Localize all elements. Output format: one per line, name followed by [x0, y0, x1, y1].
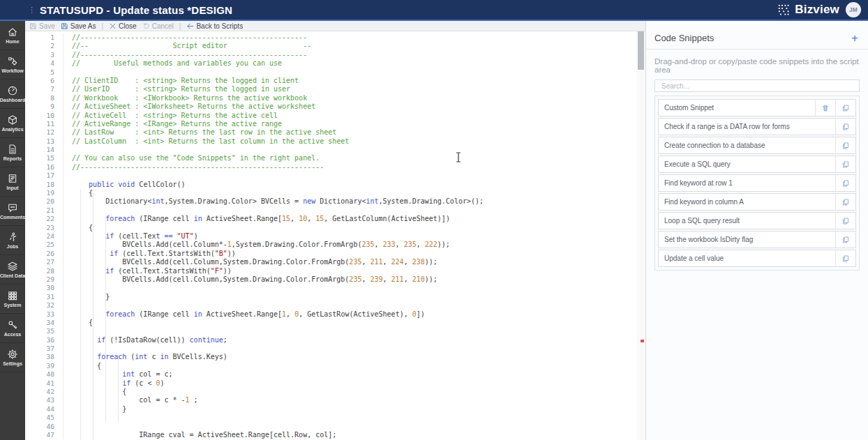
close-icon	[109, 22, 117, 30]
sidebar-item-settings[interactable]: Settings	[0, 343, 25, 372]
sidebar: Home Workflow Dashboard Analytics Report…	[0, 21, 25, 440]
line-number: 47	[25, 431, 63, 439]
copy-snippet-button[interactable]	[835, 119, 855, 135]
code-line: 6// ClientID : <string> Returns the logg…	[25, 77, 636, 85]
code-editor[interactable]: 1//-------------------------------------…	[25, 31, 636, 440]
line-number: 17	[25, 172, 63, 180]
copy-icon	[841, 236, 850, 244]
line-number: 42	[25, 388, 63, 396]
code-line: 31 }	[25, 293, 636, 301]
copy-snippet-button[interactable]	[835, 250, 855, 266]
scrollbar-thumb[interactable]	[638, 31, 644, 70]
snippet-item[interactable]: Find keyword in column A	[658, 193, 856, 211]
snippet-label: Check if a range is a DATA row for forms	[659, 123, 835, 130]
indent-guide	[105, 215, 106, 422]
line-number: 46	[25, 423, 63, 431]
line-number: 14	[25, 146, 63, 154]
code-line: 23 {	[25, 224, 636, 232]
line-number: 18	[25, 181, 63, 189]
sidebar-item-jobs[interactable]: Jobs	[0, 226, 25, 255]
client-data-icon	[7, 261, 18, 272]
snippet-item[interactable]: Custom Snippet	[658, 99, 856, 116]
sidebar-item-access[interactable]: Access	[0, 314, 25, 343]
comments-icon	[7, 202, 18, 213]
cancel-button[interactable]: Cancel	[142, 22, 174, 30]
bizview-logo-icon	[778, 4, 790, 16]
snippet-label: Create connection to a database	[659, 142, 835, 149]
sidebar-item-comments[interactable]: Comments	[0, 197, 25, 226]
copy-snippet-button[interactable]	[835, 213, 855, 229]
copy-snippet-button[interactable]	[835, 194, 855, 210]
line-number: 5	[25, 68, 63, 77]
code-line: 5	[25, 68, 636, 77]
copy-snippet-button[interactable]	[835, 156, 855, 172]
code-line: 16//------------------------------------…	[25, 163, 636, 172]
snippet-item[interactable]: Create connection to a database	[658, 137, 856, 154]
snippet-label: Find keyword in column A	[659, 198, 835, 206]
save-as-button[interactable]: Save As	[61, 22, 96, 30]
copy-snippet-button[interactable]	[835, 137, 855, 153]
analytics-icon	[7, 114, 18, 126]
sidebar-item-analytics[interactable]: Analytics	[0, 109, 25, 138]
sidebar-item-home[interactable]: Home	[0, 21, 25, 50]
snippet-item[interactable]: Loop a SQL query result	[658, 212, 856, 229]
line-number: 21	[25, 206, 63, 215]
avatar[interactable]: JM	[846, 2, 861, 17]
line-number: 23	[25, 224, 63, 232]
dashboard-icon	[7, 85, 18, 96]
sidebar-item-input[interactable]: Input	[0, 167, 25, 197]
snippet-item[interactable]: Update a cell value	[658, 250, 856, 267]
code-line: 18 public void CellColor()	[25, 181, 636, 189]
sidebar-item-system[interactable]: System	[0, 285, 25, 314]
line-number: 7	[25, 85, 63, 93]
close-button[interactable]: Close	[109, 22, 137, 30]
code-line: 29 BVCells.Add(cell.Column,System.Drawin…	[25, 275, 636, 284]
save-button[interactable]: Save	[29, 22, 55, 30]
delete-snippet-button[interactable]	[815, 100, 835, 116]
line-number: 37	[25, 344, 63, 353]
line-number: 43	[25, 396, 63, 404]
line-number: 13	[25, 137, 63, 146]
snippet-search[interactable]	[654, 79, 860, 92]
back-to-scripts-button[interactable]: Back to Scripts	[186, 22, 243, 30]
code-line: 11// ActiveRange : <IRange> Returns the …	[25, 120, 636, 128]
snippet-search-input[interactable]	[660, 82, 854, 91]
line-number: 25	[25, 241, 63, 249]
code-line: 15// You can also use the "Code Snippets…	[25, 154, 636, 162]
add-snippet-button[interactable]: +	[851, 34, 858, 43]
code-line: 25 BVCells.Add(cell.Column*-1,System.Dra…	[25, 241, 636, 249]
line-number: 2	[25, 42, 63, 50]
line-number: 41	[25, 379, 63, 388]
sidebar-item-dashboard[interactable]: Dashboard	[0, 79, 25, 109]
access-icon	[7, 319, 18, 331]
code-line: 34 {	[25, 319, 636, 327]
copy-snippet-button[interactable]	[835, 100, 855, 116]
line-number: 12	[25, 128, 63, 137]
sidebar-item-client-data[interactable]: Client Data	[0, 255, 25, 285]
editor-scrollbar[interactable]	[636, 31, 645, 440]
snippet-item[interactable]: Find keyword at row 1	[658, 174, 856, 192]
line-number: 29	[25, 275, 63, 284]
sidebar-item-reports[interactable]: Reports	[0, 138, 25, 167]
line-number: 11	[25, 120, 63, 128]
code-line: 14	[25, 146, 636, 154]
app-header: ⋮ STATUSUPD - Update status *DESIGN Bizv…	[0, 0, 868, 20]
brand-name: Bizview	[795, 3, 839, 17]
copy-snippet-button[interactable]	[835, 232, 855, 248]
copy-icon	[841, 104, 850, 112]
snippet-item[interactable]: Check if a range is a DATA row for forms	[658, 118, 856, 135]
copy-snippet-button[interactable]	[835, 175, 855, 191]
snippet-item[interactable]: Execute a SQL query	[658, 155, 856, 173]
code-snippets-panel: Code Snippets + Drag-and-drop or copy/pa…	[645, 21, 868, 440]
copy-icon	[841, 179, 850, 188]
settings-icon	[7, 349, 18, 360]
sidebar-item-workflow[interactable]: Workflow	[0, 50, 25, 79]
code-line: 30	[25, 284, 636, 292]
code-line: 20 Dictionary<int,System.Drawing.Color> …	[25, 197, 636, 206]
change-marker	[641, 340, 644, 342]
line-number: 38	[25, 353, 63, 361]
code-line: 24 if (cell.Text == "UT")	[25, 232, 636, 241]
code-line: 26 if (cell.Text.StartsWith("B"))	[25, 250, 636, 258]
snippet-item[interactable]: Set the workbook IsDirty flag	[658, 231, 856, 248]
code-line: 13// LastColumn : <int> Returns the last…	[25, 137, 636, 146]
